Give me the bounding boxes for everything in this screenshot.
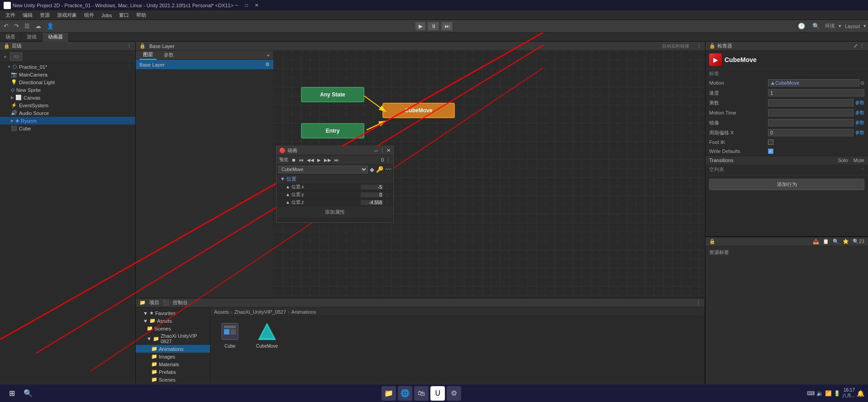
motion-value[interactable]: ▲CubeMove: [768, 79, 859, 86]
speed-value[interactable]: 1: [768, 89, 864, 96]
proj-materials[interactable]: 📁 Materials: [136, 360, 210, 368]
anim-record-btn[interactable]: ⏺: [291, 157, 297, 163]
anim-prop-y-more[interactable]: ⋮: [385, 192, 390, 197]
state-cubemove[interactable]: CubeMove: [382, 103, 455, 118]
hier-item-cube[interactable]: ⬛ Cube: [0, 124, 135, 132]
inspector-bottom-icon1[interactable]: 📥: [813, 239, 819, 244]
start-button[interactable]: ⊞: [4, 385, 20, 402]
taskbar-explorer[interactable]: 📁: [382, 386, 396, 401]
anim-prop-z-more[interactable]: ⋮: [385, 200, 390, 205]
hier-item-maincamera[interactable]: 📷 MainCamera: [0, 71, 135, 78]
inspector-bottom-icon3[interactable]: 🔍: [833, 239, 839, 244]
anim-preview-btn[interactable]: 预览: [278, 156, 289, 163]
tray-icon4[interactable]: 🔋: [834, 390, 840, 397]
redo-button[interactable]: ↷: [12, 22, 21, 30]
inspector-expand-icon[interactable]: ⤢: [854, 43, 858, 49]
anim-goto-end-btn[interactable]: ⏭: [334, 157, 340, 163]
anim-key-btn[interactable]: 🔑: [376, 166, 384, 173]
menu-file[interactable]: 文件: [2, 11, 19, 19]
unity-menu-button[interactable]: ☰: [23, 22, 32, 30]
hier-item-audiosource[interactable]: 🔊 Audio Source: [0, 109, 135, 117]
hierarchy-search-input[interactable]: All: [10, 53, 22, 61]
tray-icon2[interactable]: 🔉: [816, 390, 823, 397]
taskbar-settings[interactable]: ⚙: [447, 386, 461, 401]
state-any-state[interactable]: Any State: [301, 87, 364, 102]
state-entry[interactable]: Entry: [301, 123, 364, 139]
project-menu-icon[interactable]: ⋮: [696, 300, 701, 306]
hier-item-newsprite[interactable]: ◇ New Sprite: [0, 86, 135, 94]
mirror-param[interactable]: 参数: [855, 120, 864, 126]
taskbar-store[interactable]: 🛍: [414, 386, 429, 401]
layout-dropdown[interactable]: ▾: [863, 23, 866, 29]
file-cube[interactable]: Cube: [214, 320, 246, 349]
menu-gameobject[interactable]: 游戏对象: [53, 11, 81, 19]
menu-component[interactable]: 组件: [81, 11, 98, 19]
list-collapse-icon[interactable]: ─: [861, 166, 864, 172]
proj-animations[interactable]: 📁 Animations: [136, 345, 210, 353]
anim-group-position[interactable]: ▼ 位置: [277, 175, 393, 183]
proj-scenes2[interactable]: 📁 Scenes: [136, 376, 210, 383]
hier-item-menu[interactable]: ⋮: [127, 64, 132, 70]
animator-menu-icon[interactable]: ⋮: [696, 43, 701, 49]
menu-help[interactable]: 帮助: [133, 11, 150, 19]
motiontime-param[interactable]: 参数: [855, 110, 864, 116]
inspector-menu-icon[interactable]: ⋮: [859, 43, 864, 49]
layer-settings-icon[interactable]: ⚙: [265, 62, 270, 67]
anim-next-key-btn[interactable]: ▶▶: [323, 157, 332, 163]
add-behavior-button[interactable]: 添加行为: [709, 179, 864, 190]
transitions-section[interactable]: Transitions Solo Mute: [706, 156, 868, 164]
minimize-button[interactable]: ─: [234, 2, 240, 9]
anim-more-icon[interactable]: ⋮: [380, 148, 385, 153]
anim-play-btn[interactable]: ▶: [316, 157, 322, 163]
anim-clip-select[interactable]: CubeMove: [278, 166, 368, 173]
history-button[interactable]: 🕐: [796, 22, 807, 30]
breadcrumb-animations[interactable]: Animations: [291, 309, 316, 315]
footik-checkbox[interactable]: [768, 139, 773, 145]
proj-assets[interactable]: ▼ 📁 Assets: [136, 317, 210, 325]
proj-prefabs[interactable]: 📁 Prefabs: [136, 368, 210, 376]
hierarchy-add-button[interactable]: +: [2, 54, 8, 59]
anim-prop-x-more[interactable]: ⋮: [385, 185, 390, 190]
env-dropdown[interactable]: ▾: [839, 23, 841, 29]
hier-item-ryunm[interactable]: ▶ ◈ Ryunm ›: [0, 117, 135, 124]
play-button[interactable]: ▶: [415, 22, 426, 31]
anim-goto-start-btn[interactable]: ⏮: [298, 157, 305, 163]
add-layer-button[interactable]: +: [267, 53, 270, 58]
anim-curve-btn[interactable]: 〰: [386, 166, 391, 173]
step-button[interactable]: ⏭: [441, 22, 453, 31]
hier-item-eventsystem[interactable]: ⚡ EventSystem: [0, 101, 135, 109]
file-cubemove[interactable]: CubeMove: [251, 320, 283, 349]
anim-diamond-btn[interactable]: ◆: [370, 166, 374, 173]
menu-jobs[interactable]: Jobs: [98, 12, 115, 19]
account-button[interactable]: 👤: [45, 22, 56, 30]
hier-item-practice01[interactable]: ▼ ⬡ Practice_01* ⋮: [0, 63, 135, 71]
menu-edit[interactable]: 编辑: [19, 11, 36, 19]
anim-more-btn[interactable]: ⋮: [385, 157, 391, 163]
proj-images[interactable]: 📁 Images: [136, 353, 210, 360]
cycleoffset-value[interactable]: 0: [768, 129, 854, 136]
pause-button[interactable]: ⏸: [428, 22, 439, 31]
menu-window[interactable]: 窗口: [115, 11, 133, 19]
taskbar-notification[interactable]: 🔔: [857, 390, 864, 397]
anim-prev-key-btn[interactable]: ◀◀: [306, 157, 315, 163]
undo-button[interactable]: ↶: [2, 22, 10, 30]
breadcrumb-zhaoxi[interactable]: ZhaoXi_UnityVIP_0827: [234, 309, 286, 315]
taskbar-unity[interactable]: U: [430, 386, 445, 401]
anim-add-prop-button[interactable]: 添加属性: [277, 206, 393, 217]
cycleoffset-param[interactable]: 参数: [855, 129, 864, 136]
tray-icon3[interactable]: 📶: [825, 390, 832, 397]
tab-game[interactable]: 游戏: [21, 33, 43, 42]
motion-more-icon[interactable]: ⊙: [860, 80, 864, 86]
search-taskbar-button[interactable]: 🔍: [20, 385, 36, 402]
tray-icon1[interactable]: ⌨: [807, 390, 815, 397]
multiplier-param[interactable]: 参数: [855, 100, 864, 106]
hier-item-canvas[interactable]: ▶ ⬜ Canvas: [0, 94, 135, 101]
breadcrumb-assets[interactable]: Assets: [214, 309, 229, 315]
layer-item-base[interactable]: Base Layer ⚙: [136, 60, 273, 69]
tab-animator[interactable]: 动画器: [43, 33, 69, 42]
hier-item-directionallight[interactable]: 💡 Directional Light: [0, 78, 135, 86]
proj-zhaoxi[interactable]: ▼ 📁 ZhaoXi UnityVIP 0827: [136, 332, 210, 345]
anim-min-icon[interactable]: ─: [374, 148, 378, 153]
anim-close-icon[interactable]: ✕: [386, 148, 391, 153]
close-button[interactable]: ✕: [253, 2, 260, 9]
